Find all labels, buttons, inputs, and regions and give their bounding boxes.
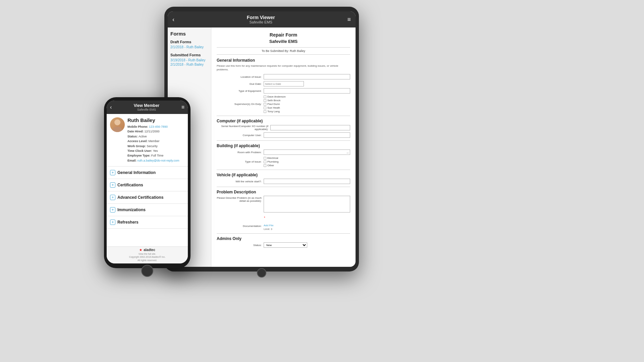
tablet-home-button[interactable] [257, 268, 266, 278]
field-serial: Serial Number/Computer XO number (if app… [217, 125, 350, 131]
tablet-sub-title: Safeville EMS [247, 20, 275, 24]
section-general-title: General Information [217, 58, 350, 63]
field-location-input[interactable] [264, 74, 350, 79]
issue-plumbing: Plumbing [264, 160, 278, 163]
issue-electrical: Electrical [264, 157, 278, 160]
access-level-value: Member [149, 139, 160, 143]
supervisor-sue-label: Sue Heath [267, 106, 280, 109]
supervisor-seth-label: Seth Brock [267, 99, 280, 102]
field-supervisors-label: Supervisor(s) On Duty: [217, 103, 264, 106]
sidebar-draft-link-1[interactable]: 2/1/2018 - Ruth Bailey [170, 45, 208, 49]
field-computer-user-label: Computer User: [217, 134, 264, 137]
field-serial-input[interactable] [270, 125, 350, 130]
phone-title-block: View Member Safeville EMS [134, 103, 159, 111]
field-vehicle-start-input[interactable] [264, 179, 350, 184]
tablet-form-content: Repair Form Safeville EMS To Be Submitte… [211, 27, 356, 267]
submitted-by-value: Ruth Bailey [290, 49, 305, 53]
phone-home-button[interactable] [141, 265, 153, 277]
accordion-immunizations-plus-icon: + [110, 207, 115, 213]
tablet-back-button[interactable]: ‹ [172, 16, 174, 23]
phone-device: ‹ View Member Safeville EMS ≡ [104, 97, 191, 268]
accordion-advanced-label: Advanced Certifications [117, 195, 163, 200]
tablet-device: ‹ Form Viewer Safeville EMS ≡ Forms Draf… [164, 7, 359, 272]
field-vehicle-start: Will the vehicle start?: [217, 179, 350, 184]
section-computer-title: Computer (if applicable) [217, 119, 350, 123]
accordion-refreshers-plus-icon: + [110, 220, 115, 225]
supervisor-sue: Sue Heath [264, 106, 286, 109]
tablet-header: ‹ Form Viewer Safeville EMS ≡ [168, 11, 356, 27]
accordion-general-header[interactable]: + General Information [107, 167, 188, 179]
date-hired-value: 12/11/2000 [145, 130, 160, 133]
section-building-title: Building (if applicable) [217, 143, 350, 148]
phone-header: ‹ View Member Safeville EMS ≡ [107, 101, 188, 114]
profile-info: Ruth Bailey Mobile Phone: 123-456-7890 D… [127, 117, 179, 163]
issue-plumbing-checkbox[interactable] [264, 161, 266, 163]
field-supervisors: Supervisor(s) On Duty: Dave Anderson Set… [217, 95, 350, 113]
phone-menu-button[interactable]: ≡ [181, 104, 184, 110]
field-due-date-input[interactable] [264, 81, 304, 86]
status-label: Status: [127, 135, 139, 138]
supervisor-tony-checkbox[interactable] [264, 110, 266, 113]
accordion-general-plus-icon: + [110, 170, 115, 175]
supervisor-sue-checkbox[interactable] [264, 107, 266, 109]
accordion-advanced-plus-icon: + [110, 195, 115, 200]
issue-electrical-checkbox[interactable] [264, 157, 266, 160]
accordion-refreshers-header[interactable]: + Refreshers [107, 216, 188, 228]
phone-back-button[interactable]: ‹ [110, 104, 112, 110]
accordion-general: + General Information [107, 167, 188, 179]
section-general-desc: Please use this form for any maintenance… [217, 64, 350, 71]
email-value[interactable]: ruth.a.bailey@do-not-reply.com [138, 159, 179, 162]
phone-screen: ‹ View Member Safeville EMS ≡ [107, 101, 188, 263]
supervisor-dave-label: Dave Anderson [267, 95, 286, 98]
field-computer-user-input[interactable] [264, 132, 350, 138]
mobile-value[interactable]: 123-456-7890 [149, 125, 168, 128]
footer-copyright: Copyright 2002-2018 Aladtec® Inc. [109, 255, 186, 259]
supervisor-seth-checkbox[interactable] [264, 99, 266, 102]
footer-view-full[interactable]: View the full site. [109, 252, 186, 256]
documentation-controls: Add File Limit: 3 [264, 222, 273, 231]
field-equipment: Type of Equipment: [217, 88, 350, 94]
work-group-label: Work Group: [127, 144, 147, 148]
accordion-certifications-header[interactable]: + Certifications [107, 179, 188, 191]
supervisor-paul-checkbox[interactable] [264, 103, 266, 106]
field-problem-textarea[interactable] [264, 196, 350, 213]
accordion-general-label: General Information [117, 170, 156, 175]
field-due-date-label: Due Date: [217, 82, 264, 85]
tablet-main-title: Form Viewer [247, 15, 275, 20]
field-documentation-label: Documentation: [217, 225, 264, 228]
aladtec-logo: ★ aladtec [109, 248, 186, 252]
submitted-by-label: To Be Submitted By: [262, 49, 289, 53]
field-serial-label: Serial Number/Computer XO number (if app… [217, 125, 270, 131]
building-issues-list: Electrical Plumbing Other [264, 157, 278, 167]
supervisor-paul: Paul Dunn [264, 103, 286, 106]
accordion-advanced-certifications-header[interactable]: + Advanced Certifications [107, 191, 188, 203]
tablet-menu-button[interactable]: ≡ [347, 16, 351, 23]
form-submitted-by: To Be Submitted By: Ruth Bailey [217, 47, 350, 55]
supervisor-seth: Seth Brock [264, 99, 286, 102]
employee-type-label: Employee Type: [127, 154, 151, 157]
field-room-dropdown[interactable]: ... [264, 149, 350, 155]
tablet-body: Forms Draft Forms 2/1/2018 - Ruth Bailey… [168, 27, 356, 267]
accordion-immunizations-header[interactable]: + Immunizations [107, 204, 188, 216]
section-problem-title: Problem Description [217, 190, 350, 194]
avatar [110, 117, 125, 132]
accordion-certifications-label: Certifications [117, 183, 143, 187]
date-hired-label: Date Hired: [127, 130, 145, 133]
time-clock-value: Yes [153, 149, 158, 153]
sidebar-submitted-link-1[interactable]: 3/19/2018 - Ruth Bailey [170, 58, 208, 62]
sidebar-draft-forms: Draft Forms 2/1/2018 - Ruth Bailey [170, 40, 208, 49]
section-vehicle-title: Vehicle (if applicable) [217, 173, 350, 177]
add-file-link[interactable]: Add File [264, 224, 273, 227]
accordion-refreshers: + Refreshers [107, 216, 188, 229]
access-level-label: Access Level: [127, 139, 149, 143]
supervisors-list: Dave Anderson Seth Brock Paul Dunn [264, 95, 286, 113]
supervisor-dave-checkbox[interactable] [264, 96, 266, 98]
field-equipment-input[interactable] [264, 88, 350, 94]
field-room-label: Room with Problem: [217, 151, 264, 154]
sidebar-submitted-label: Submitted Forms [170, 53, 208, 57]
field-building-issue-label: Type of Issue: [217, 160, 264, 163]
field-building-issue: Type of Issue: Electrical Plumbing [217, 157, 350, 167]
issue-other-checkbox[interactable] [264, 164, 266, 167]
sidebar-submitted-link-2[interactable]: 2/1/2018 - Ruth Bailey [170, 63, 208, 66]
field-status-select[interactable]: New [264, 242, 307, 248]
